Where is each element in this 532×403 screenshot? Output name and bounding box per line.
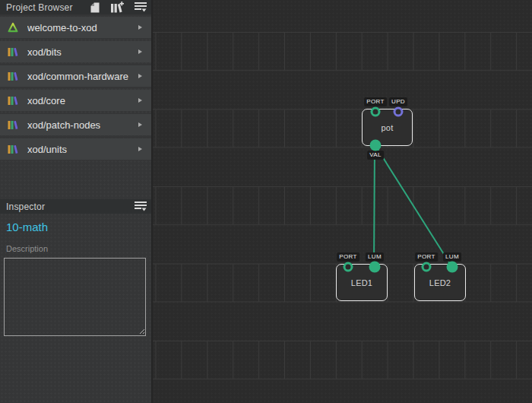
inspector-title: Inspector [6,202,134,212]
project-browser-item-xod/bits[interactable]: xod/bits [0,41,151,62]
selected-patch-name: 10-math [6,221,48,233]
panel-menu-icon[interactable] [134,201,147,212]
project-browser-item-xod/units[interactable]: xod/units [0,138,151,160]
library-icon [8,119,19,130]
project-browser-title: Project Browser [6,2,88,13]
pin-LED2-LUM[interactable] [447,262,458,273]
library-icon [8,46,19,57]
description-label: Description [6,244,48,253]
project-browser-list: welcome-to-xodxod/bitsxod/common-hardwar… [0,17,151,163]
description-textarea[interactable] [4,258,146,336]
node-label: pot [363,109,412,145]
project-browser-item-welcome-to-xod[interactable]: welcome-to-xod [0,17,151,38]
pin-label: LUM [366,252,384,262]
nodes-layer: potPORTUPDVALLED1PORTLUMLED2PORTLUM [153,0,532,403]
pin-LED1-PORT[interactable] [344,262,353,272]
node-LED2[interactable]: LED2PORTLUM [414,264,466,301]
add-library-icon[interactable] [111,2,124,13]
pin-LED1-LUM[interactable] [369,262,381,273]
pin-label: PORT [364,97,387,106]
node-LED1[interactable]: LED1PORTLUM [336,264,388,301]
project-item-label: xod/patch-nodes [27,119,138,131]
chevron-right-icon[interactable] [138,25,142,30]
project-item-label: xod/bits [27,46,138,58]
library-icon [8,95,19,106]
project-browser-item-xod/core[interactable]: xod/core [0,90,151,111]
panel-menu-icon[interactable] [134,2,147,13]
project-item-label: welcome-to-xod [27,22,138,33]
pin-pot-VAL[interactable] [370,140,382,151]
node-pot[interactable]: potPORTUPDVAL [362,109,413,146]
chevron-right-icon[interactable] [138,122,142,127]
pin-label: UPD [389,97,407,106]
project-browser-item-xod/common-hardware[interactable]: xod/common-hardware [0,65,151,87]
xod-project-icon [8,22,19,33]
project-browser-header: Project Browser [0,0,151,14]
project-item-label: xod/common-hardware [27,71,138,82]
library-icon [8,144,19,154]
patch-canvas[interactable]: potPORTUPDVALLED1PORTLUMLED2PORTLUM [153,0,532,403]
pin-label: PORT [415,252,438,262]
project-item-label: xod/core [27,95,138,106]
pin-label: PORT [337,252,359,262]
new-patch-icon[interactable] [88,2,101,13]
pin-pot-PORT[interactable] [371,107,381,117]
chevron-right-icon[interactable] [138,147,142,151]
chevron-right-icon[interactable] [138,98,142,103]
project-item-label: xod/units [27,144,138,155]
project-browser-item-xod/patch-nodes[interactable]: xod/patch-nodes [0,114,151,135]
sidebar: Project Browser [0,0,153,403]
chevron-right-icon[interactable] [138,74,142,78]
pin-LED2-PORT[interactable] [422,262,432,272]
pin-label: LUM [443,252,461,262]
pin-label: VAL [367,151,384,160]
chevron-right-icon[interactable] [138,49,142,54]
library-icon [8,71,19,81]
pin-pot-UPD[interactable] [394,107,404,117]
inspector-header: Inspector [0,199,151,214]
